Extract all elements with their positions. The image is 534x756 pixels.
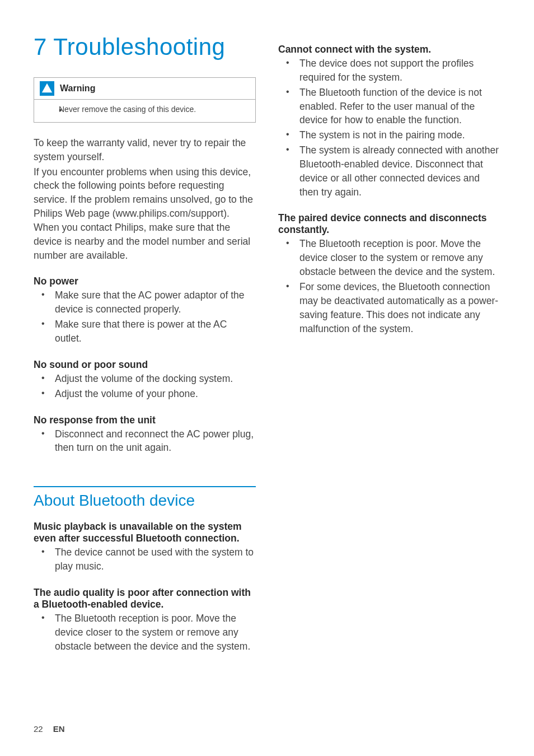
chapter-title: 7 Troubleshooting (34, 34, 256, 60)
page-number: 22 (34, 724, 43, 734)
warning-header: Warning (34, 78, 255, 100)
list-no-power: Make sure that the AC power adaptor of t… (34, 288, 256, 345)
list-item: The system is not in the pairing mode. (278, 128, 500, 142)
warning-box: Warning Never remove the casing of this … (34, 77, 256, 123)
list-item: The Bluetooth reception is poor. Move th… (278, 237, 500, 279)
warning-label: Warning (60, 83, 95, 94)
heading-cannot-connect: Cannot connect with the system. (278, 44, 500, 55)
section-title-bluetooth: About Bluetooth device (34, 492, 256, 510)
list-item: Make sure that the AC power adaptor of t… (34, 288, 256, 316)
list-no-response: Disconnect and reconnect the AC power pl… (34, 427, 256, 455)
warning-item: Never remove the casing of this device. (51, 104, 247, 115)
heading-music-unavailable: Music playback is unavailable on the sys… (34, 521, 256, 544)
intro-paragraph-2: If you encounter problems when using thi… (34, 165, 256, 263)
list-item: Disconnect and reconnect the AC power pl… (34, 427, 256, 455)
list-item: Make sure that there is power at the AC … (34, 318, 256, 346)
list-item: The Bluetooth reception is poor. Move th… (34, 612, 256, 654)
list-audio-quality: The Bluetooth reception is poor. Move th… (34, 612, 256, 654)
list-item: Adjust the volume of your phone. (34, 387, 256, 401)
list-music-unavailable: The device cannot be used with the syste… (34, 545, 256, 573)
list-item: The device cannot be used with the syste… (34, 545, 256, 573)
list-item: For some devices, the Bluetooth connecti… (278, 280, 500, 335)
list-item: Adjust the volume of the docking system. (34, 372, 256, 386)
list-disconnects: The Bluetooth reception is poor. Move th… (278, 237, 500, 335)
heading-no-sound: No sound or poor sound (34, 359, 256, 371)
list-no-sound: Adjust the volume of the docking system.… (34, 372, 256, 401)
warning-icon (40, 81, 54, 96)
list-item: The Bluetooth function of the device is … (278, 86, 500, 128)
heading-no-power: No power (34, 276, 256, 287)
page-footer: 22 EN (34, 724, 65, 734)
heading-disconnects: The paired device connects and disconnec… (278, 212, 500, 236)
list-item: The device does not support the profiles… (278, 57, 500, 85)
warning-body: Never remove the casing of this device. (34, 100, 255, 122)
heading-audio-quality: The audio quality is poor after connecti… (34, 587, 256, 610)
section-divider (34, 486, 256, 487)
language-code: EN (53, 724, 65, 734)
intro-paragraph-1: To keep the warranty valid, never try to… (34, 136, 256, 164)
heading-no-response: No response from the unit (34, 414, 256, 426)
list-item: The system is already connected with ano… (278, 143, 500, 199)
list-cannot-connect: The device does not support the profiles… (278, 57, 500, 199)
